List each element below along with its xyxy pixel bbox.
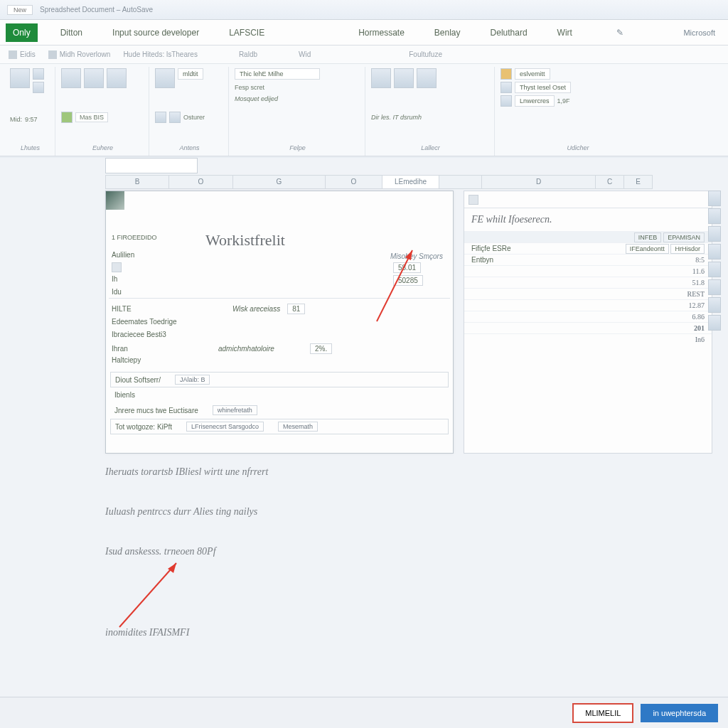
sidetool-icon[interactable] [708, 226, 721, 242]
col-header[interactable]: B [105, 175, 169, 189]
cut-icon[interactable] [33, 68, 44, 80]
menubar-account[interactable]: Microsoft [676, 24, 722, 41]
panel-title-label: 1 FIROEEDIDO [112, 234, 157, 241]
pen-icon: ✎ [616, 28, 623, 38]
subbar-item-5[interactable]: Wid [299, 50, 311, 58]
copy-icon[interactable] [33, 82, 44, 93]
gallery-icon-1[interactable] [61, 68, 81, 88]
ribbon-group-4: Thic lehE Milhe Fesp scret Mosquet edije… [230, 67, 365, 156]
col-header[interactable]: O [169, 175, 233, 189]
tab-developer[interactable]: Input source developer [105, 23, 206, 42]
f-label-1: Ih [112, 275, 190, 283]
bullet-icon[interactable] [155, 112, 166, 123]
ribbon-sub-4: Mosquet edijed [235, 95, 278, 102]
tab-hormessate[interactable]: Hormessate [351, 23, 412, 42]
ribbon-label-5: Lallecr [371, 143, 490, 154]
side-col-0[interactable]: INFEB [634, 232, 662, 242]
dialog-panel: 1 FIROEEDIDO Workistfrelit Misobey Smçor… [105, 191, 454, 454]
sidetool-icon[interactable] [708, 191, 721, 206]
filter-icon[interactable] [500, 95, 512, 107]
paste-icon[interactable] [10, 68, 30, 88]
arrow-annotation-2 [105, 556, 191, 634]
f-label-4: Edeemates Toedrige [112, 318, 190, 326]
side-sub-1: HrHisdor [670, 244, 705, 254]
f-label-3: HILTE [112, 305, 190, 313]
grid-icon-3[interactable] [417, 68, 437, 88]
sidetool-icon[interactable] [708, 262, 721, 277]
title-bar: New Spreadsheet Document – AutoSave [0, 0, 728, 20]
f-label-7: Haltciepy [112, 356, 190, 364]
sidetool-icon[interactable] [708, 315, 721, 331]
col-header[interactable]: C [596, 175, 624, 189]
sidetool-icon[interactable] [708, 279, 721, 295]
subbar-item-3[interactable]: Hude Hiteds: lsTheares [123, 50, 198, 58]
side-row-2v: 51.8 [692, 279, 705, 287]
panel-icon [106, 191, 124, 210]
caption-3: Isud anskesss. trneoen 80Pf [105, 546, 216, 557]
side-col-1[interactable]: EPAMISAN [663, 232, 705, 242]
name-box[interactable] [105, 158, 198, 173]
gallery-icon-3[interactable] [107, 68, 127, 88]
col-header[interactable]: O [326, 175, 382, 189]
f-icon-0[interactable] [112, 262, 122, 272]
f-tag-3[interactable]: 81 [287, 304, 305, 314]
ribbon-btn-thic[interactable]: Thic lehE Milhe [235, 68, 320, 80]
gallery-icon-2[interactable] [84, 68, 104, 88]
cancel-button[interactable]: MLIMELIL [572, 703, 633, 723]
tab-lafscie[interactable]: LAFSCIE [222, 23, 272, 42]
ribbon-label-3: Antens [155, 143, 224, 154]
ribbon-group-2: Mas BIS Euhere [57, 67, 149, 156]
col-header[interactable] [439, 175, 482, 189]
col-header[interactable]: G [233, 175, 326, 189]
panel-bottom-3[interactable]: Tot wotgoze: KiPftLFrisenecsrt Sarsgodco… [110, 419, 449, 434]
grid-icon-2[interactable] [394, 68, 414, 88]
col-header[interactable]: E [624, 175, 653, 189]
side-panel-title: FE whilt Ifoeserecn. [464, 208, 712, 231]
panel-bottom-0[interactable]: Diout Softserr/JAlaib: B [110, 372, 449, 387]
subbar-item-4[interactable]: Raldb [239, 50, 257, 58]
sidetool-icon[interactable] [708, 208, 721, 224]
color-icon[interactable] [61, 112, 73, 123]
f-tag-6[interactable]: 2%. [310, 343, 332, 354]
sidetool-icon[interactable] [708, 244, 721, 259]
grid-icon-1[interactable] [371, 68, 391, 88]
subbar-item-1[interactable]: Eidis [9, 50, 36, 59]
caption-4: inomidites IFAISMFI [105, 627, 189, 638]
ribbon-label-2: Euhere [61, 143, 144, 154]
side-row-4v: 12.87 [689, 301, 705, 309]
panel-bottom-2: Jnrere mucs twe Euctisarewhinefretath [110, 403, 449, 417]
panel-bottom-1: Ibienls [110, 389, 449, 401]
col-header[interactable]: D [482, 175, 596, 189]
f-val-2[interactable]: 50285 [393, 275, 423, 286]
side-row-5v: 6.86 [692, 313, 705, 321]
titlebar-new-btn[interactable]: New [7, 5, 33, 15]
ribbon: Mid:9:57 Lhutes Mas BIS Euhere mldtit Os… [0, 64, 728, 156]
bullet2-icon[interactable] [169, 112, 181, 123]
ribbon-row-2[interactable]: Thyst Iesel Oset [515, 82, 571, 93]
ribbon-row-3[interactable]: Lnwercres [515, 95, 555, 107]
f-val-1[interactable]: 58.01 [393, 262, 421, 273]
side-row-0v: 8:5 [695, 256, 705, 264]
side-sub-0: IFEandeontt [626, 244, 669, 254]
tab-wirt[interactable]: Wirt [550, 23, 579, 42]
chart-icon[interactable] [155, 68, 175, 88]
ribbon-row-1[interactable]: eslvemitt [515, 68, 550, 80]
side-row-3v: REST [687, 290, 705, 298]
sheet-area: B O G O LEmedihe D C E 1 FIROEEDIDO Work… [0, 158, 728, 728]
sort-icon[interactable] [500, 82, 512, 93]
side-strip [708, 191, 722, 454]
ribbon-btn-mldtit[interactable]: mldtit [178, 68, 203, 80]
tab-deluthard[interactable]: Deluthard [483, 23, 535, 42]
ribbon-label-1: Lhutes [10, 143, 50, 154]
col-header-tab[interactable]: LEmedihe [382, 175, 439, 189]
tab-benlay[interactable]: Benlay [427, 23, 468, 42]
ok-button[interactable]: in uwephtersda [641, 704, 718, 722]
sidetool-icon[interactable] [708, 297, 721, 313]
svg-marker-3 [168, 563, 176, 573]
subbar-item-6[interactable]: Foultufuze [409, 50, 442, 58]
tab-ditton[interactable]: Ditton [53, 23, 90, 42]
fill-icon[interactable] [500, 68, 512, 80]
tab-only[interactable]: Only [6, 23, 38, 42]
subbar-item-2[interactable]: Midh Roverlown [48, 50, 111, 59]
side-panel-header [464, 191, 712, 208]
